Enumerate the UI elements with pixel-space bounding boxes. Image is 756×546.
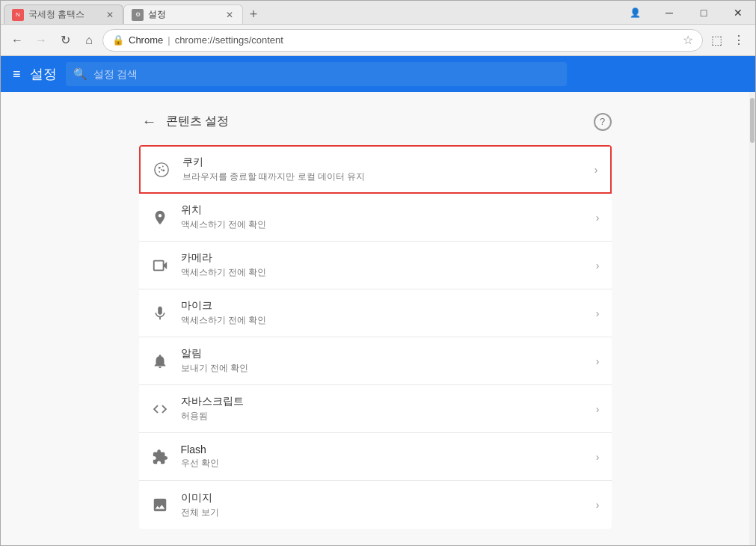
settings-main: ← 콘텐츠 설정 ? [1, 92, 755, 545]
search-icon: 🔍 [73, 67, 87, 81]
svg-point-1 [158, 166, 160, 168]
javascript-arrow-icon: › [596, 403, 600, 415]
cookie-icon [153, 161, 170, 179]
cookie-subtitle: 브라우저를 종료할 때까지만 로컬 데이터 유지 [182, 171, 583, 183]
home-button[interactable]: ⌂ [79, 30, 99, 51]
page-back-button[interactable]: ← [139, 110, 160, 133]
images-item-text: 이미지 전체 보기 [181, 491, 584, 519]
microphone-arrow-icon: › [596, 307, 600, 319]
settings-item-javascript[interactable]: 자바스크립트 허용됨 › [139, 385, 612, 433]
maximize-button[interactable]: □ [686, 1, 721, 25]
omnibox-site: Chrome [129, 34, 163, 46]
notifications-subtitle: 보내기 전에 확인 [181, 362, 584, 375]
minimize-button[interactable]: ─ [652, 1, 686, 25]
extensions-button[interactable]: ⬚ [706, 30, 727, 51]
settings-search-input[interactable] [93, 68, 559, 80]
settings-item-camera[interactable]: 카메라 액세스하기 전에 확인 › [139, 242, 612, 289]
camera-item-text: 카메라 액세스하기 전에 확인 [181, 251, 584, 279]
nav-right-icons: ⬚ ⋮ [706, 30, 749, 51]
location-icon [151, 209, 169, 227]
flash-arrow-icon: › [596, 451, 600, 463]
flash-title: Flash [181, 444, 584, 455]
tab-close-settings[interactable]: ✕ [224, 8, 235, 22]
tab-favicon-settings: ⚙ [132, 9, 144, 21]
titlebar: N 국세청 홈택스 ✕ ⚙ 설정 ✕ + 👤 ─ □ ✕ [1, 1, 755, 25]
tab-close-naver[interactable]: ✕ [105, 8, 115, 22]
location-arrow-icon: › [596, 212, 600, 224]
svg-point-2 [162, 165, 163, 167]
flash-subtitle: 우선 확인 [181, 457, 584, 470]
images-subtitle: 전체 보기 [181, 506, 584, 519]
camera-arrow-icon: › [596, 260, 600, 272]
settings-item-microphone[interactable]: 마이크 액세스하기 전에 확인 › [139, 289, 612, 337]
navigation-bar: ← → ↻ ⌂ 🔒 Chrome | chrome://settings/con… [1, 25, 755, 56]
page-header: ← 콘텐츠 설정 ? [139, 104, 612, 145]
settings-item-notifications[interactable]: 알림 보내기 전에 확인 › [139, 337, 612, 385]
flash-item-text: Flash 우선 확인 [181, 444, 584, 470]
back-button[interactable]: ← [7, 30, 28, 51]
javascript-item-text: 자바스크립트 허용됨 [181, 395, 584, 423]
location-subtitle: 액세스하기 전에 확인 [181, 218, 584, 231]
javascript-subtitle: 허용됨 [181, 410, 584, 423]
location-title: 위치 [181, 203, 584, 217]
settings-item-cookies[interactable]: 쿠키 브라우저를 종료할 때까지만 로컬 데이터 유지 › [139, 145, 612, 194]
omnibox[interactable]: 🔒 Chrome | chrome://settings/content ☆ [102, 29, 703, 52]
javascript-title: 자바스크립트 [181, 395, 584, 408]
window-controls: 👤 ─ □ ✕ [618, 1, 755, 24]
settings-title: 설정 [30, 65, 57, 83]
cookie-arrow-icon: › [594, 164, 598, 176]
scrollbar[interactable] [749, 92, 755, 545]
account-icon[interactable]: 👤 [618, 1, 652, 25]
microphone-icon [151, 304, 169, 322]
browser-window: N 국세청 홈택스 ✕ ⚙ 설정 ✕ + 👤 ─ □ ✕ ← → ↻ ⌂ [0, 0, 756, 546]
image-icon [151, 496, 169, 514]
settings-body: ≡ 설정 🔍 ← 콘텐츠 설정 ? [1, 56, 755, 545]
code-icon [151, 400, 169, 418]
cookie-title: 쿠키 [182, 156, 583, 169]
microphone-item-text: 마이크 액세스하기 전에 확인 [181, 299, 584, 327]
tab-favicon-naver: N [12, 9, 24, 21]
tab-title-settings: 설정 [148, 8, 220, 21]
tab-strip: N 국세청 홈택스 ✕ ⚙ 설정 ✕ + [1, 1, 618, 24]
microphone-subtitle: 액세스하기 전에 확인 [181, 314, 584, 327]
menu-button[interactable]: ⋮ [728, 30, 749, 51]
page-title: 콘텐츠 설정 [166, 114, 588, 129]
images-title: 이미지 [181, 491, 584, 505]
bookmark-star-icon[interactable]: ☆ [683, 33, 693, 47]
camera-subtitle: 액세스하기 전에 확인 [181, 266, 584, 279]
notifications-item-text: 알림 보내기 전에 확인 [181, 347, 584, 375]
camera-title: 카메라 [181, 251, 584, 265]
new-tab-button[interactable]: + [243, 4, 264, 24]
hamburger-icon[interactable]: ≡ [13, 67, 21, 82]
cookie-item-text: 쿠키 브라우저를 종료할 때까지만 로컬 데이터 유지 [182, 156, 583, 183]
camera-icon [151, 257, 169, 274]
scroll-thumb[interactable] [750, 98, 755, 143]
puzzle-icon [151, 448, 169, 466]
images-arrow-icon: › [596, 499, 600, 511]
svg-point-3 [162, 169, 165, 171]
location-item-text: 위치 액세스하기 전에 확인 [181, 203, 584, 231]
svg-point-4 [159, 171, 160, 172]
bell-icon [151, 352, 169, 370]
microphone-title: 마이크 [181, 299, 584, 313]
settings-list: 쿠키 브라우저를 종료할 때까지만 로컬 데이터 유지 › [139, 145, 612, 529]
close-button[interactable]: ✕ [721, 1, 755, 25]
tab-settings[interactable]: ⚙ 설정 ✕ [123, 4, 243, 24]
svg-point-5 [161, 169, 162, 171]
settings-item-location[interactable]: 위치 액세스하기 전에 확인 › [139, 194, 612, 242]
settings-search-bar[interactable]: 🔍 [66, 62, 567, 86]
lock-icon: 🔒 [112, 34, 124, 46]
settings-header: ≡ 설정 🔍 [1, 56, 755, 92]
settings-item-flash[interactable]: Flash 우선 확인 › [139, 433, 612, 481]
notifications-title: 알림 [181, 347, 584, 361]
reload-button[interactable]: ↻ [55, 30, 76, 51]
tab-naver[interactable]: N 국세청 홈택스 ✕ [4, 4, 123, 24]
tab-title-naver: 국세청 홈택스 [28, 8, 100, 21]
notifications-arrow-icon: › [596, 355, 600, 367]
omnibox-url: chrome://settings/content [175, 34, 283, 46]
settings-item-images[interactable]: 이미지 전체 보기 › [139, 481, 612, 529]
content-settings-page: ← 콘텐츠 설정 ? [121, 92, 630, 541]
help-icon[interactable]: ? [594, 113, 612, 131]
omnibox-separator: | [168, 34, 170, 46]
forward-button[interactable]: → [31, 30, 52, 51]
